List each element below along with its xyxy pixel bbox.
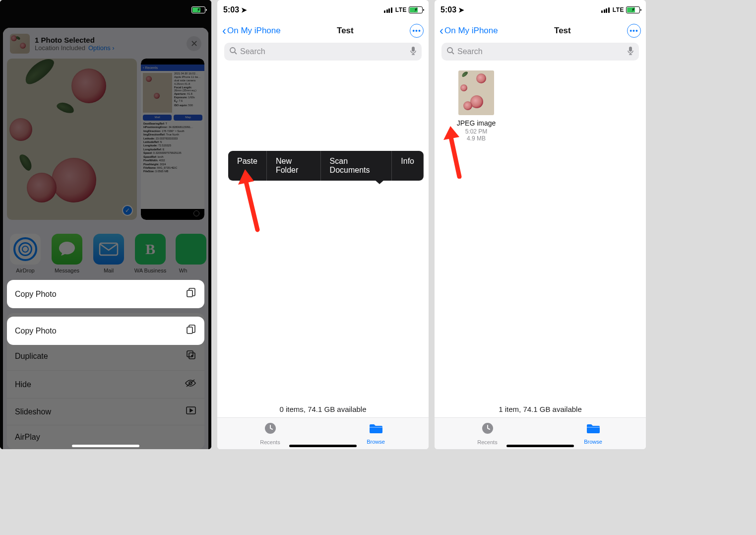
storage-status: 1 item, 74.1 GB available — [435, 405, 646, 413]
battery-icon: ⚡︎ — [409, 6, 423, 13]
svg-point-13 — [447, 48, 452, 53]
whatsapp-business-icon: B — [135, 234, 166, 265]
action-hide[interactable]: Hide — [7, 371, 204, 399]
context-menu-paste[interactable]: Paste — [228, 151, 267, 181]
preview-row: ✓ ‹ Recents 2021:04:30 16:02…Apple iPhon… — [3, 59, 208, 220]
battery-icon: ⚡︎ — [191, 6, 205, 13]
home-indicator[interactable] — [72, 445, 139, 447]
copy-icon — [186, 324, 196, 337]
airdrop-icon — [10, 234, 41, 265]
context-menu-scan-documents[interactable]: Scan Documents — [321, 151, 392, 181]
exif-preview-content: ‹ Recents 2021:04:30 16:02…Apple iPhone … — [141, 59, 204, 220]
signal-icon — [384, 7, 392, 13]
back-button[interactable]: ‹On My iPhone — [222, 25, 281, 37]
search-field[interactable]: Search — [441, 43, 639, 61]
second-photo-preview[interactable]: ‹ Recents 2021:04:30 16:02…Apple iPhone … — [141, 59, 204, 220]
mic-icon[interactable] — [627, 46, 634, 57]
clock-icon — [481, 422, 494, 438]
search-field[interactable]: Search — [224, 43, 422, 61]
copy-icon — [186, 287, 196, 301]
svg-rect-14 — [629, 47, 632, 52]
share-app-messages[interactable]: Messages — [51, 234, 83, 271]
header-subtitle: Location Included — [35, 44, 85, 52]
header-thumbnail — [10, 34, 30, 54]
chevron-left-icon: ‹ — [440, 25, 443, 37]
mic-icon[interactable] — [410, 46, 417, 57]
whatsapp-icon — [176, 234, 206, 265]
context-menu-info[interactable]: Info — [392, 151, 424, 181]
files-body[interactable]: JPEG image 5:02 PM 4.9 MB 1 item, 74.1 G… — [435, 61, 646, 449]
chevron-left-icon: ‹ — [222, 25, 226, 37]
share-actions-list: Copy Photo Add to Album Duplicate Hide — [3, 276, 208, 449]
file-grid: JPEG image 5:02 PM 4.9 MB — [446, 70, 506, 142]
file-size: 4.9 MB — [446, 135, 506, 142]
messages-icon — [52, 234, 82, 265]
options-button[interactable]: Options › — [88, 44, 115, 52]
slideshow-icon — [186, 406, 196, 417]
search-icon — [446, 47, 454, 57]
network-label: LTE — [395, 6, 407, 13]
context-menu: Paste New Folder Scan Documents Info — [228, 151, 424, 181]
search-icon — [229, 47, 237, 57]
action-duplicate[interactable]: Duplicate — [7, 342, 204, 371]
search-placeholder: Search — [240, 47, 265, 56]
phone-screen-1: 5:02 ➤ LTE ⚡︎ 1 Photo Selected Location … — [0, 0, 211, 449]
file-name: JPEG image — [446, 119, 506, 127]
selected-checkmark-icon: ✓ — [122, 205, 133, 216]
file-time: 5:02 PM — [446, 128, 506, 135]
svg-rect-16 — [587, 427, 600, 428]
home-indicator[interactable] — [289, 445, 357, 447]
files-body[interactable]: Paste New Folder Scan Documents Info 0 i… — [217, 61, 429, 449]
svg-rect-12 — [370, 427, 382, 428]
share-app-mail[interactable]: Mail — [92, 234, 125, 271]
svg-rect-8 — [187, 327, 192, 334]
action-copy-photo[interactable]: Copy Photo — [7, 280, 204, 308]
header-title: 1 Photo Selected — [35, 36, 182, 44]
share-apps-row[interactable]: AirDrop Messages Mail B WA Business Wh — [3, 220, 208, 276]
nav-title: Test — [337, 26, 354, 36]
close-button[interactable]: ✕ — [187, 36, 201, 51]
nav-bar: ‹On My iPhone Test ••• — [217, 20, 429, 41]
file-thumbnail — [458, 70, 494, 115]
status-time: 5:03 — [223, 5, 239, 14]
folder-icon — [586, 422, 601, 437]
location-arrow-icon: ➤ — [241, 6, 247, 14]
file-item[interactable]: JPEG image 5:02 PM 4.9 MB — [446, 70, 506, 142]
svg-rect-10 — [412, 47, 415, 52]
share-sheet: 1 Photo Selected Location Included Optio… — [3, 28, 208, 449]
location-arrow-icon: ➤ — [458, 6, 464, 14]
status-time: 5:03 — [441, 5, 456, 14]
battery-icon: ⚡︎ — [626, 6, 640, 13]
nav-title: Test — [554, 26, 571, 36]
more-button[interactable]: ••• — [410, 24, 424, 38]
clock-icon — [264, 422, 277, 438]
phone-screen-3: 5:03➤ LTE ⚡︎ ‹On My iPhone Test ••• Sear… — [435, 0, 646, 449]
svg-rect-1 — [187, 290, 192, 297]
status-bar: 5:03➤ LTE ⚡︎ — [435, 0, 646, 20]
share-app-airdrop[interactable]: AirDrop — [9, 234, 42, 271]
share-sheet-header: 1 Photo Selected Location Included Optio… — [3, 28, 208, 59]
phone-screen-2: 5:03➤ LTE ⚡︎ ‹On My iPhone Test ••• Sear… — [217, 0, 429, 449]
back-button[interactable]: ‹On My iPhone — [440, 25, 498, 37]
mail-icon — [93, 234, 124, 265]
search-placeholder: Search — [457, 47, 483, 56]
svg-point-9 — [230, 48, 235, 53]
network-label: LTE — [613, 6, 624, 13]
selected-photo-preview[interactable]: ✓ — [7, 59, 137, 220]
signal-icon — [601, 7, 610, 13]
hide-icon — [185, 378, 196, 391]
share-app-wa-business[interactable]: B WA Business — [134, 234, 167, 271]
more-button[interactable]: ••• — [627, 24, 641, 38]
action-copy-photo-highlight[interactable]: Copy Photo — [7, 317, 204, 345]
duplicate-icon — [186, 349, 196, 363]
status-bar: 5:03➤ LTE ⚡︎ — [217, 0, 429, 20]
context-menu-new-folder[interactable]: New Folder — [267, 151, 321, 181]
home-indicator[interactable] — [506, 445, 574, 447]
action-slideshow[interactable]: Slideshow — [7, 399, 204, 425]
nav-bar: ‹On My iPhone Test ••• — [435, 20, 646, 41]
folder-icon — [369, 422, 383, 437]
share-app-whatsapp[interactable]: Wh — [176, 234, 190, 271]
storage-status: 0 items, 74.1 GB available — [217, 405, 429, 413]
